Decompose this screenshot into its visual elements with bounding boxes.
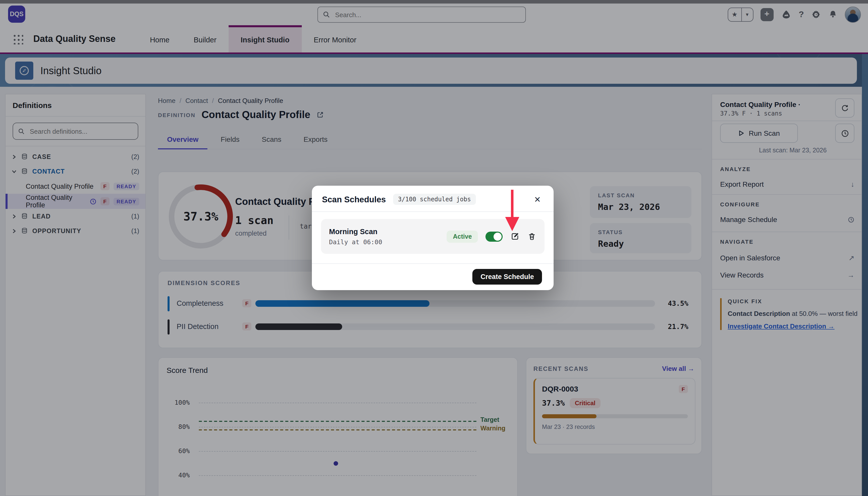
schedule-name: Morning Scan — [329, 227, 382, 235]
active-badge: Active — [447, 230, 478, 243]
create-schedule-button[interactable]: Create Schedule — [472, 269, 542, 284]
insight-studio-page: DQS ★ ▼ + ? D — [0, 0, 868, 496]
schedule-toggle[interactable] — [485, 231, 502, 242]
red-arrow-annotation — [502, 189, 522, 233]
close-icon[interactable]: ✕ — [531, 193, 543, 205]
scheduled-jobs-badge: 3/100 scheduled jobs — [393, 194, 476, 205]
schedule-time: Daily at 06:00 — [329, 238, 382, 246]
modal-title: Scan Schedules — [322, 195, 386, 204]
trash-icon[interactable] — [527, 232, 537, 241]
